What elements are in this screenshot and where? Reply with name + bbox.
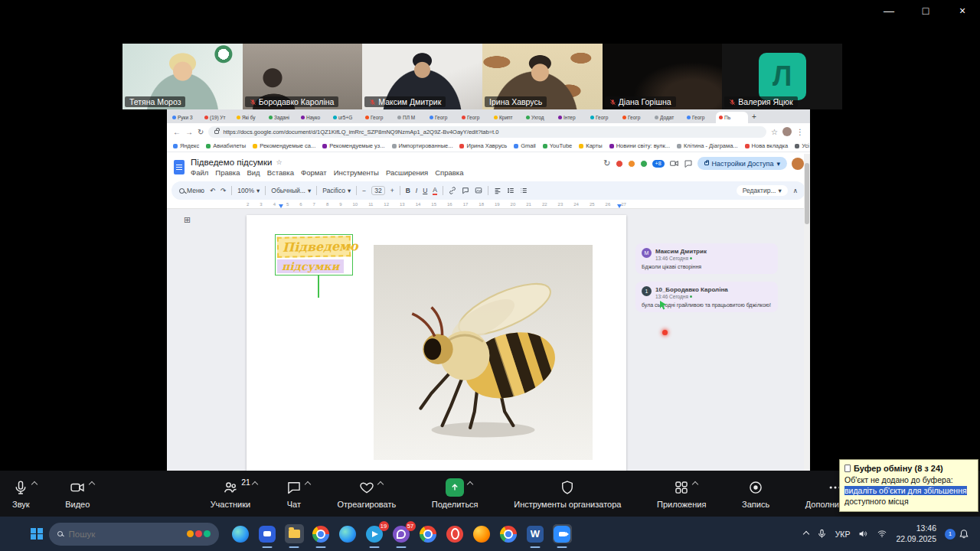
taskbar-search[interactable] <box>49 523 219 546</box>
font-size-value[interactable]: 32 <box>371 186 384 195</box>
browser-profile-avatar[interactable] <box>782 127 792 136</box>
tray-mic-icon[interactable] <box>817 529 827 539</box>
chevron-up-icon[interactable] <box>467 481 473 487</box>
insert-link-icon[interactable] <box>449 187 456 194</box>
bookmark-item[interactable]: Нова вкладка <box>745 142 789 149</box>
bookmark-item[interactable]: YouTube <box>543 142 572 149</box>
indent-marker[interactable] <box>617 204 622 208</box>
browser-tab[interactable]: Інтер <box>555 112 587 123</box>
menu-item[interactable]: Справка <box>435 168 463 177</box>
collaborator-avatar[interactable] <box>616 160 623 168</box>
browser-tab[interactable]: ПЛ М <box>394 112 426 123</box>
document-title[interactable]: Підведемо підсумки <box>191 158 272 167</box>
chrome-icon[interactable] <box>499 524 518 543</box>
insert-image-icon[interactable] <box>475 187 482 194</box>
bookmark-item[interactable]: Карты <box>579 142 602 149</box>
browser-tab[interactable]: (19) Ут <box>201 112 234 123</box>
file-explorer-icon[interactable] <box>285 524 304 543</box>
tray-chevron-up-icon[interactable] <box>802 530 808 536</box>
history-icon[interactable]: ↻ <box>603 158 610 168</box>
share-screen-button[interactable]: Поделиться <box>432 478 479 509</box>
edge-icon[interactable] <box>338 524 358 543</box>
bookmark-item[interactable]: Gmail <box>514 142 536 149</box>
firefox-icon[interactable] <box>472 524 492 543</box>
grid-view-icon[interactable]: ⊞ <box>184 215 191 225</box>
document-page[interactable]: Підведемо підсумки <box>247 215 626 471</box>
chrome-icon[interactable] <box>312 524 331 543</box>
indent-marker[interactable] <box>279 204 283 208</box>
participant-tile[interactable]: Бородавко Кароліна <box>243 44 363 109</box>
insert-comment-icon[interactable] <box>462 187 469 194</box>
bookmark-item[interactable]: Новини світу: вулк... <box>609 142 670 149</box>
participant-tile[interactable]: Максим Дмитрик <box>362 44 482 109</box>
participant-tile[interactable]: Діана Горішна <box>603 44 723 109</box>
bookmark-item[interactable]: Рекомендуемые са... <box>253 142 315 149</box>
menu-item[interactable]: Формат <box>301 168 327 177</box>
bookmark-item[interactable]: Клітина - Діаграма... <box>677 142 738 149</box>
apps-button[interactable]: Приложения <box>657 478 706 509</box>
align-icon[interactable] <box>494 187 501 194</box>
zoom-select[interactable]: 100% ▾ <box>237 187 260 194</box>
browser-menu-icon[interactable]: ⋮ <box>796 128 804 136</box>
chevron-up-icon[interactable] <box>89 481 95 487</box>
undo-icon[interactable]: ↶ <box>210 187 215 194</box>
title-text-box-selected[interactable]: Підведемо підсумки <box>276 235 352 275</box>
chevron-up-icon[interactable] <box>31 481 38 487</box>
comment-card[interactable]: М Максим Дмитрик 13:46 Сегодня Бджоли ці… <box>635 243 778 274</box>
bookmark-item[interactable]: Яндекс <box>173 142 199 149</box>
browser-tab[interactable]: Науко <box>298 112 330 123</box>
back-icon[interactable]: ← <box>173 128 181 136</box>
star-icon[interactable]: ☆ <box>276 158 282 166</box>
browser-tab[interactable]: Геогр <box>459 112 491 123</box>
menu-item[interactable]: Файл <box>191 168 208 177</box>
browser-tab[interactable]: Які бу <box>234 112 266 123</box>
new-tab-button[interactable]: + <box>748 112 760 121</box>
paragraph-style-select[interactable]: Обычный... ▾ <box>271 187 311 194</box>
collapse-toolbar-icon[interactable]: ∧ <box>793 187 798 194</box>
word-icon[interactable]: W <box>526 524 545 543</box>
minimize-button[interactable]: — <box>882 5 896 17</box>
edge-icon[interactable] <box>231 524 250 543</box>
comment-card[interactable]: 1 10_Бородавко Кароліна 13:46 Сегодня бу… <box>635 282 778 312</box>
document-canvas[interactable]: ⊞ Підведемо підсумки <box>167 209 810 471</box>
record-button[interactable]: Запись <box>742 478 769 509</box>
font-size-increase[interactable]: + <box>390 187 394 194</box>
volume-icon[interactable] <box>858 529 868 539</box>
font-size-decrease[interactable]: − <box>362 187 366 194</box>
share-settings-button[interactable]: Настройки Доступа ▾ <box>697 157 787 170</box>
start-button[interactable] <box>31 528 43 540</box>
browser-tab[interactable]: Ухгод <box>523 112 555 123</box>
bookmark-star-icon[interactable]: ☆ <box>771 128 778 136</box>
browser-tab[interactable]: Геогр <box>362 112 394 123</box>
browser-tab[interactable]: Геогр <box>587 112 619 123</box>
bookmark-item[interactable]: Рекомендуемые уз... <box>322 142 384 149</box>
bookmark-item[interactable]: Авиабилеты <box>206 142 246 149</box>
line-spacing-icon[interactable] <box>507 187 514 194</box>
zoom-app-icon[interactable] <box>553 524 572 543</box>
bulleted-list-icon[interactable] <box>520 187 528 194</box>
audio-button[interactable]: Звук <box>12 478 30 509</box>
browser-tab[interactable]: Геогр <box>426 112 459 123</box>
collaborator-avatar[interactable] <box>628 160 635 168</box>
opera-icon[interactable] <box>446 524 465 543</box>
scrollbar[interactable] <box>804 154 810 471</box>
collaborator-avatar[interactable] <box>640 160 648 168</box>
browser-tab[interactable]: Задані <box>266 112 298 123</box>
account-avatar[interactable] <box>792 158 804 170</box>
search-input[interactable] <box>69 530 161 539</box>
chat-button[interactable]: Чат <box>286 478 302 509</box>
reactions-button[interactable]: Отреагировать <box>337 478 396 509</box>
participant-tile-active-speaker[interactable]: Ірина Хаврусь <box>482 44 603 109</box>
menu-item[interactable]: Расширения <box>386 168 428 177</box>
browser-tab[interactable]: Крипт <box>491 112 523 123</box>
google-docs-icon[interactable] <box>174 160 185 174</box>
menu-item[interactable]: Инструменты <box>334 168 379 177</box>
collaborator-overflow-badge[interactable]: +8 <box>652 160 665 168</box>
maximize-button[interactable]: □ <box>919 5 933 17</box>
bookmark-item[interactable]: Импортированные... <box>392 142 453 149</box>
menu-item[interactable]: Вид <box>247 168 260 177</box>
all-bookmarks-button[interactable]: Усі вкладки <box>795 142 810 149</box>
browser-tab[interactable]: ur5+G <box>330 112 362 123</box>
scrollbar-thumb[interactable] <box>805 163 809 224</box>
participant-tile[interactable]: Л Валерия Яцюк <box>722 44 842 109</box>
